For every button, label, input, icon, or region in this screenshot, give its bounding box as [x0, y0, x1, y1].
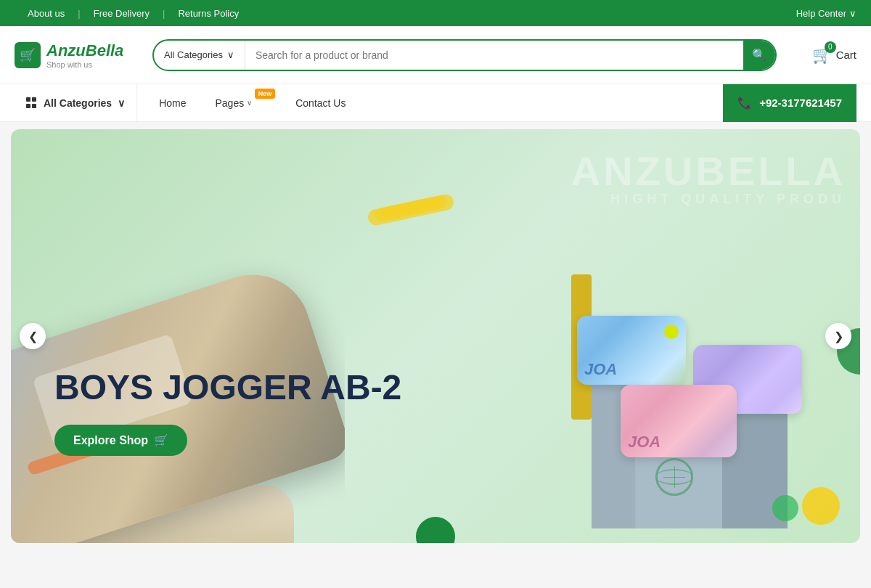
logo-tagline: Shop with us — [46, 60, 123, 69]
help-center-link[interactable]: Help Center ∨ — [796, 8, 856, 19]
chevron-down-icon: ∨ — [118, 97, 125, 109]
nav-links: Home New Pages ∨ Contact Us — [144, 84, 360, 122]
returns-policy-link[interactable]: Returns Policy — [165, 8, 252, 19]
explore-shop-button[interactable]: Explore Shop 🛒 — [54, 425, 187, 456]
phone-contact[interactable]: 📞 +92-3177621457 — [723, 84, 856, 122]
hero-title: BOYS JOGGER AB-2 — [54, 369, 401, 407]
cart-count: 0 — [825, 41, 836, 53]
search-bar: All Categories ∨ 🔍 — [152, 39, 777, 71]
products-right: JOA JOA JOA — [483, 129, 860, 543]
cart-label: Cart — [836, 49, 856, 61]
cart-btn-icon: 🛒 — [154, 433, 168, 447]
hero-banner: ANZUBELLA HIGHT QUALITY PRODU BOYS JOGGE… — [11, 129, 860, 543]
top-bar-links: About us | Free Delivery | Returns Polic… — [15, 8, 252, 19]
nav-contact-us[interactable]: Contact Us — [281, 84, 360, 122]
hero-content: BOYS JOGGER AB-2 Explore Shop 🛒 — [54, 369, 401, 456]
phone-icon: 📞 — [737, 96, 752, 110]
logo[interactable]: 🛒 AnzuBella Shop with us — [15, 41, 131, 69]
logo-icon: 🛒 — [15, 42, 41, 68]
nav-home[interactable]: Home — [144, 84, 200, 122]
chevron-down-icon: ∨ — [247, 99, 252, 107]
header: 🛒 AnzuBella Shop with us All Categories … — [0, 26, 871, 84]
hero-shoe-left — [11, 129, 345, 543]
carousel-prev-button[interactable]: ❮ — [20, 323, 46, 349]
new-badge: New — [255, 89, 276, 99]
logo-name: AnzuBella — [46, 41, 123, 60]
nav-pages[interactable]: New Pages ∨ — [201, 84, 282, 122]
search-icon: 🔍 — [752, 48, 766, 62]
chevron-down-icon: ∨ — [227, 49, 234, 60]
carousel-next-button[interactable]: ❯ — [825, 323, 851, 349]
globe-decoration — [655, 458, 693, 496]
category-dropdown[interactable]: All Categories ∨ — [154, 41, 245, 70]
podium-3: JOA — [621, 385, 737, 528]
green-circle-small — [772, 495, 798, 521]
yellow-circle — [802, 487, 840, 525]
all-categories-menu[interactable]: All Categories ∨ — [15, 84, 137, 121]
search-input[interactable] — [245, 41, 743, 70]
top-bar: About us | Free Delivery | Returns Polic… — [0, 0, 871, 26]
cart-button[interactable]: 🛒 0 Cart — [798, 46, 856, 65]
search-button[interactable]: 🔍 — [743, 39, 775, 71]
free-delivery-link[interactable]: Free Delivery — [81, 8, 163, 19]
bottom-circle — [416, 517, 455, 543]
grid-icon — [26, 97, 38, 109]
about-us-link[interactable]: About us — [15, 8, 78, 19]
nav-bar: All Categories ∨ Home New Pages ∨ Contac… — [0, 84, 871, 122]
